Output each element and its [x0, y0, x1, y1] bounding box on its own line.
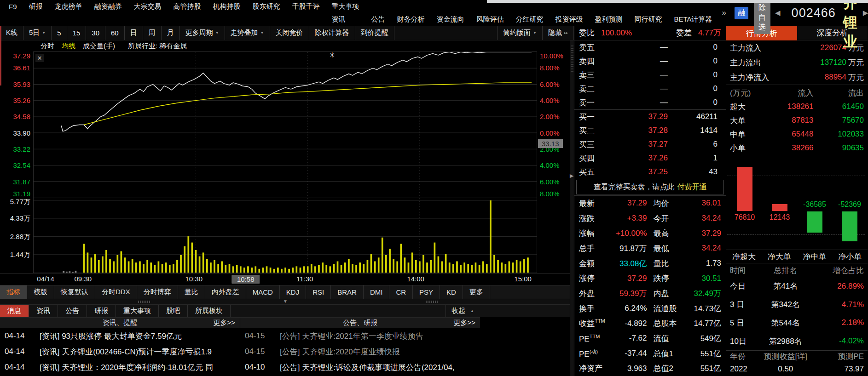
top-menu-item[interactable]: 融资融券 [88, 0, 128, 13]
splitter-grip[interactable] [138, 301, 151, 303]
top-menu-item[interactable]: BETA计算器 [668, 13, 718, 26]
news-row[interactable]: 04-14[资讯] 93只股涨停 最大封单资金7.59亿元 [0, 328, 240, 344]
paywall-link[interactable]: 付费开通 [677, 182, 707, 192]
splitter-grip[interactable] [426, 301, 439, 303]
top-menu-item[interactable]: 股东研究 [247, 0, 286, 13]
toolbar-item-走势叠加[interactable]: 走势叠加▼ [225, 26, 270, 40]
toolbar-item-5[interactable]: 5 [52, 26, 67, 40]
top-menu-item[interactable]: 大宗交易 [128, 0, 168, 13]
vertical-scrollbar[interactable]: ▶ [570, 40, 574, 376]
top-menu-item[interactable]: 公告 [365, 13, 391, 26]
net-tab-净中单[interactable]: 净中单 [797, 251, 833, 262]
collapse-indicator-arrow-icon[interactable]: ▼ [283, 299, 288, 304]
news-tab-所属板块[interactable]: 所属板块 [188, 305, 231, 317]
news-more-link[interactable]: 更多>> [453, 319, 475, 327]
top-menu-item[interactable]: 研报 [23, 0, 49, 13]
news-tab-公告[interactable]: 公告 [58, 305, 87, 317]
scroll-right-arrow-icon[interactable]: ▶ [570, 173, 573, 179]
order-price: — [608, 84, 680, 93]
top-menu-item[interactable]: 高管持股 [168, 0, 207, 13]
top-menu-item[interactable]: 龙虎榜单 [49, 0, 88, 13]
toolbar-item-周[interactable]: 周 [143, 26, 162, 40]
news-row[interactable]: 04-15[公告] 天齐锂业:2021年第一季度业绩预告 [240, 328, 480, 344]
top-menu-item[interactable]: 资金流向 [431, 13, 470, 26]
toolbar-item-更多周期[interactable]: 更多周期▼ [180, 26, 225, 40]
toolbar-item-5日[interactable]: 5日▼ [23, 26, 52, 40]
chart-close-icon[interactable]: ✕ [35, 54, 44, 62]
top-menu-item[interactable]: 千股千评 [286, 0, 326, 13]
news-more-link[interactable]: 更多>> [213, 319, 235, 327]
news-row[interactable]: 04-15[公告] 天齐锂业:2020年度业绩快报 [240, 344, 480, 359]
indicator-tab-DMI[interactable]: DMI [364, 285, 390, 299]
toolbar-item-除权计算器[interactable]: 除权计算器 [309, 26, 355, 40]
industry-link[interactable]: 所属行业: 稀有金属 [128, 42, 187, 51]
indicator-tab-MACD[interactable]: MACD [246, 285, 280, 299]
ask-row: 卖二—0 [574, 82, 726, 96]
event-marker-icon[interactable]: ✳ [329, 51, 335, 59]
toolbar-item-60[interactable]: 60 [105, 26, 125, 40]
indicator-tab-分时博弈[interactable]: 分时博弈 [137, 285, 178, 299]
scrollbar-grip[interactable] [571, 44, 573, 72]
indicator-tab-恢复默认[interactable]: 恢复默认 [54, 285, 95, 299]
indicator-tab-KDJ[interactable]: KDJ [280, 285, 306, 299]
legend-volume[interactable]: 成交量(手) [83, 42, 115, 51]
top-menu-item[interactable]: 投资评级 [550, 13, 589, 26]
net-tab-净大单[interactable]: 净大单 [762, 251, 797, 262]
news-headers: 资讯、提醒更多>>公告、研报更多>> [0, 317, 480, 328]
collapse-button[interactable]: 收起▲ [446, 305, 480, 317]
volume-plot[interactable] [33, 198, 537, 273]
net-tab-净小单[interactable]: 净小单 [832, 251, 868, 262]
indicator-tab-更多[interactable]: 更多 [463, 285, 490, 299]
top-menu-item[interactable]: 风险评估 [470, 13, 510, 26]
stat-label: 最高 [654, 228, 683, 239]
indicator-tab-指标[interactable]: 指标 [0, 285, 27, 299]
top-menu-item[interactable]: 财务分析 [391, 13, 431, 26]
flow-out-value: 61450 [814, 102, 864, 111]
legend-minute-line[interactable]: 分时 [41, 42, 54, 51]
news-tab-股吧[interactable]: 股吧 [159, 305, 188, 317]
top-menu-item[interactable]: 机构持股 [207, 0, 247, 13]
news-row[interactable]: 04-14[资讯] 天齐锂业(002466-CN)预计一季度净亏损1.9 [0, 344, 240, 359]
indicator-tab-CR[interactable]: CR [389, 285, 413, 299]
top-menu-item[interactable]: 分红研究 [510, 13, 550, 26]
news-tab-资讯[interactable]: 资讯 [29, 305, 58, 317]
toolbar-item-日[interactable]: 日 [125, 26, 143, 40]
toolbar-item-关闭竞价[interactable]: 关闭竞价 [270, 26, 309, 40]
indicator-tab-RSI[interactable]: RSI [306, 285, 331, 299]
news-date: 04-14 [5, 363, 33, 372]
news-tab-重大事项[interactable]: 重大事项 [116, 305, 159, 317]
top-menu-item[interactable]: 同行研究 [629, 13, 668, 26]
toolbar-item-简约版面[interactable]: 简约版面▼ [497, 26, 543, 40]
toolbar-item-隐藏[interactable]: 隐藏▸▸ [543, 26, 574, 40]
toolbar-item-到价提醒[interactable]: 到价提醒 [355, 26, 394, 40]
indicator-tab-KD[interactable]: KD [440, 285, 463, 299]
net-tab-净超大[interactable]: 净超大 [726, 251, 762, 262]
news-row[interactable]: 04-14[资讯] 天齐锂业：2020年度净利润约-18.01亿元 同 [0, 359, 240, 375]
news-tab-研报[interactable]: 研报 [87, 305, 116, 317]
delete-watchlist-button[interactable]: 删除自选 [754, 0, 770, 34]
panel-splitter[interactable]: ▼ [0, 299, 574, 304]
top-menu-item[interactable]: 资讯 [326, 13, 365, 26]
toolbar-item-月[interactable]: 月 [162, 26, 180, 40]
flow-value: 88954 [825, 73, 846, 82]
menu-overflow-icon[interactable]: » [722, 8, 726, 17]
news-row[interactable]: 04-10[公告] 天齐锂业:诉讼及仲裁事项进展公告(2021/04, [240, 359, 480, 375]
indicator-tab-模版[interactable]: 模版 [27, 285, 54, 299]
legend-average-line[interactable]: 均线 [62, 42, 75, 51]
indicator-tab-内外盘差[interactable]: 内外盘差 [205, 285, 246, 299]
toolbar-item-K线[interactable]: K线 [0, 26, 23, 40]
top-menu-item[interactable]: 重大事项 [326, 0, 365, 13]
next-stock-arrow[interactable]: ▶ [863, 9, 868, 17]
price-axis-label: 32.54 [13, 161, 30, 169]
toolbar-item-15[interactable]: 15 [67, 26, 87, 40]
prev-stock-arrow[interactable]: ◀ [775, 9, 781, 17]
news-tab-消息[interactable]: 消息 [0, 305, 29, 317]
indicator-tab-分时DDX[interactable]: 分时DDX [95, 285, 137, 299]
minute-chart-plot[interactable]: ✕ ✳ [33, 51, 537, 198]
indicator-tab-BRAR[interactable]: BRAR [331, 285, 364, 299]
top-menu-item[interactable]: F9 [3, 0, 23, 13]
top-menu-item[interactable]: 盈利预测 [589, 13, 629, 26]
toolbar-item-30[interactable]: 30 [86, 26, 105, 40]
indicator-tab-量比[interactable]: 量比 [178, 285, 205, 299]
indicator-tab-PSY[interactable]: PSY [413, 285, 440, 299]
